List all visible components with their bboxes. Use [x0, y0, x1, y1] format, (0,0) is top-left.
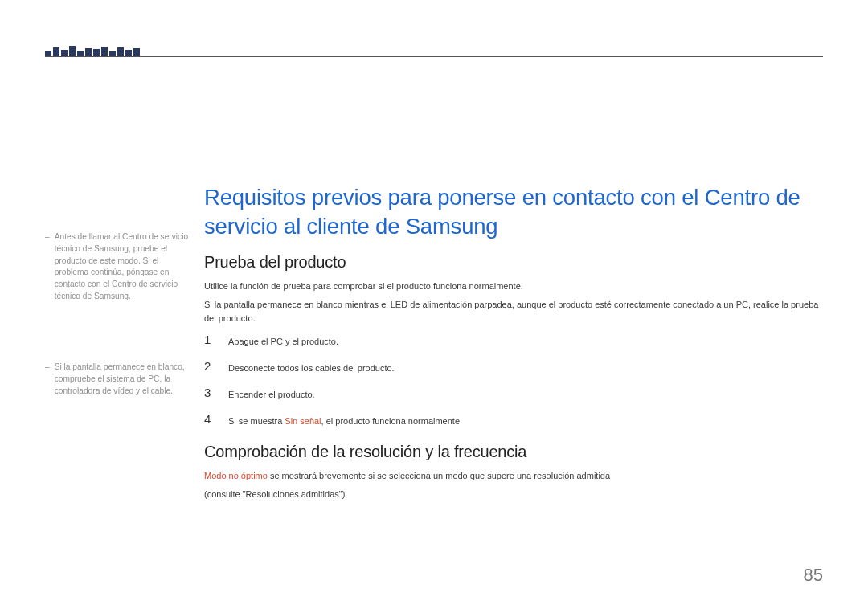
step-text-prefix: Si se muestra — [228, 416, 285, 426]
test-paragraph-2: Si la pantalla permanece en blanco mient… — [204, 298, 823, 325]
step-number: 4 — [204, 413, 215, 427]
res-p1-suffix: se mostrará brevemente si se selecciona … — [268, 471, 610, 480]
step-number: 1 — [204, 333, 215, 347]
side-note-1-text: Antes de llamar al Centro de servicio té… — [55, 231, 190, 303]
step-row: 3 Encender el producto. — [204, 386, 823, 402]
section-res-heading: Comprobación de la resolución y la frecu… — [204, 443, 823, 461]
step-text-suffix: , el producto funciona normalmente. — [321, 416, 463, 426]
test-paragraph-1: Utilice la función de prueba para compro… — [204, 280, 823, 293]
step-number: 2 — [204, 360, 215, 374]
step-row: 4 Si se muestra Sin señal, el producto f… — [204, 413, 823, 428]
step-row: 2 Desconecte todos los cables del produc… — [204, 360, 823, 375]
step-text: Si se muestra Sin señal, el producto fun… — [228, 413, 462, 428]
res-paragraph-1: Modo no óptimo se mostrará brevemente si… — [204, 469, 823, 483]
side-note-2: Si la pantalla permanece en blanco, comp… — [45, 362, 190, 397]
steps-list: 1 Apague el PC y el producto. 2 Desconec… — [204, 333, 823, 428]
header-divider — [45, 56, 823, 57]
step-text: Desconecte todos los cables del producto… — [228, 360, 395, 375]
side-note-1: Antes de llamar al Centro de servicio té… — [45, 231, 190, 303]
section-test-heading: Prueba del producto — [204, 253, 823, 272]
page-title: Requisitos previos para ponerse en conta… — [204, 183, 823, 242]
res-red-text: Modo no óptimo — [204, 471, 268, 480]
page-number: 85 — [804, 565, 823, 586]
step-number: 3 — [204, 386, 215, 400]
step-row: 1 Apague el PC y el producto. — [204, 333, 823, 349]
side-note-2-text: Si la pantalla permanece en blanco, comp… — [55, 362, 190, 397]
step-text: Encender el producto. — [228, 386, 315, 402]
step-text-red: Sin señal — [285, 416, 321, 426]
brand-logo — [45, 45, 149, 59]
res-paragraph-2: (consulte "Resoluciones admitidas"). — [204, 488, 823, 501]
step-text: Apague el PC y el producto. — [228, 333, 338, 349]
